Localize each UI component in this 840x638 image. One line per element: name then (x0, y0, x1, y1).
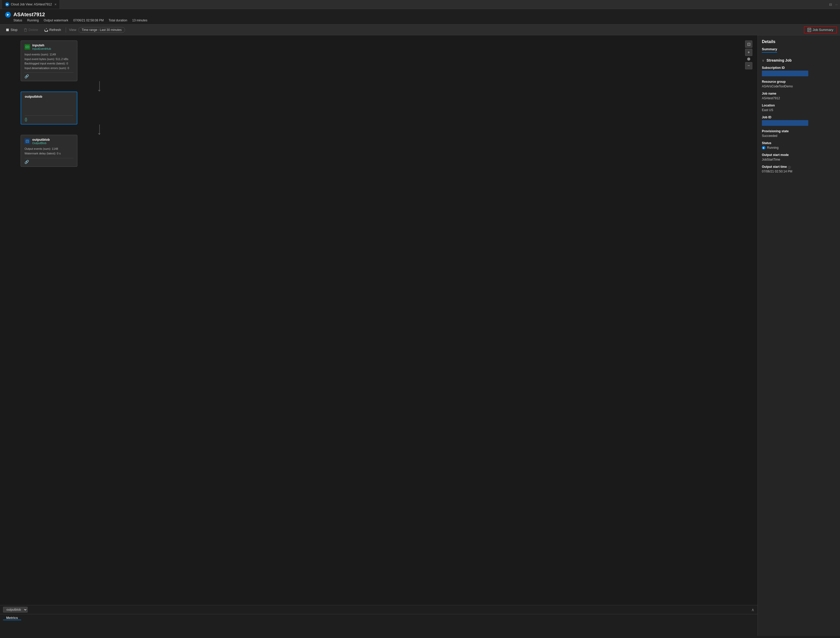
input-node-labels: inputeh InputEventHub (32, 43, 51, 50)
zoom-controls: ⊡ + − (745, 41, 752, 69)
canvas-main[interactable]: inputeh InputEventHub Input events (sum)… (0, 35, 758, 605)
collapse-streaming-job-icon[interactable]: ∨ (762, 58, 764, 62)
resource-group-label: Resource group (762, 80, 836, 84)
transform-node-footer: {} (25, 115, 73, 122)
output-node[interactable]: outputblob OutputBlob Output events (sum… (21, 135, 77, 166)
duration-label: Total duration (109, 19, 127, 22)
streaming-job-header: ∨ Streaming Job (762, 58, 836, 62)
location-value: East US (762, 108, 836, 112)
input-node-header: inputeh InputEventHub (24, 43, 73, 50)
transform-node-header: outputblob (25, 95, 73, 98)
input-stat-4: Input deserialization errors (sum): 0 (24, 66, 73, 71)
arrow-1 (98, 90, 101, 92)
svg-rect-1 (24, 29, 27, 32)
metrics-tab-bar: Metrics (0, 614, 758, 620)
input-node-type: InputEventHub (32, 47, 51, 50)
zoom-out-button[interactable]: − (745, 62, 752, 69)
streaming-job-section: ∨ Streaming Job Subscription ID Resource… (762, 58, 836, 173)
output-selector[interactable]: outputblob (3, 607, 28, 613)
delete-icon (24, 28, 27, 32)
toolbar: Stop Delete Refresh View Time range : La… (0, 24, 840, 35)
delete-button[interactable]: Delete (21, 27, 41, 33)
metrics-tab[interactable]: Metrics (3, 614, 21, 620)
status-field: Status ▶ Running (762, 141, 836, 150)
provisioning-state-label: Provisioning state (762, 129, 836, 133)
output-node-name: outputblob (32, 137, 50, 142)
output-node-type: OutputBlob (32, 142, 50, 145)
summary-section-label: Summary (762, 47, 777, 52)
streaming-job-title: Streaming Job (767, 58, 791, 62)
subscription-id-value (762, 71, 808, 76)
tab-close-button[interactable]: × (54, 2, 57, 6)
connector-1 (49, 81, 150, 92)
output-node-header: outputblob OutputBlob (24, 137, 73, 145)
tab-bar: ▶ Cloud Job View: ASAtest7912 × ⊟ ··· (0, 0, 840, 9)
time-range-button[interactable]: Time range : Last 30 minutes (78, 27, 125, 33)
input-stat-1: Input events (sum): 1149 (24, 52, 73, 57)
tab-icon: ▶ (5, 2, 9, 6)
job-header: ▶ ASAtest7912 Status Running Output wate… (0, 9, 840, 24)
bottom-panel: outputblob ∧ Metrics (0, 605, 758, 636)
job-name-detail-value: ASAtest7912 (762, 96, 836, 100)
split-editor-icon[interactable]: ⊟ (829, 3, 832, 6)
output-stat-2: Watermark delay (latest): 0 s (24, 151, 73, 156)
output-start-time-info-icon[interactable]: ⓘ (788, 166, 791, 169)
tab-bar-actions: ⊟ ··· (829, 3, 838, 6)
toolbar-divider (66, 27, 66, 33)
fit-zoom-button[interactable]: ⊡ (745, 41, 752, 48)
svg-rect-0 (6, 28, 9, 31)
job-id-field: Job ID (762, 115, 836, 126)
connector-2 (49, 125, 150, 135)
flow-diagram: inputeh InputEventHub Input events (sum)… (21, 41, 150, 167)
header-title-row: ▶ ASAtest7912 (5, 12, 835, 17)
running-status-text: Running (767, 146, 778, 150)
zoom-handle (747, 57, 750, 61)
zoom-in-button[interactable]: + (745, 49, 752, 56)
output-start-mode-value: JobStartTime (762, 158, 836, 161)
job-name-field: Job name ASAtest7912 (762, 92, 836, 100)
output-start-mode-label: Output start mode (762, 153, 836, 157)
transform-node[interactable]: outputblob {} (21, 92, 77, 125)
tab-title: Cloud Job View: ASAtest7912 (11, 3, 52, 6)
job-summary-icon (807, 28, 811, 32)
collapse-panel-button[interactable]: ∧ (751, 607, 755, 612)
output-start-time-value: 07/06/21 02:50:14 PM (762, 170, 836, 173)
refresh-icon (44, 28, 48, 32)
job-name: ASAtest7912 (13, 12, 45, 17)
status-detail-label: Status (762, 141, 836, 145)
more-actions-icon[interactable]: ··· (835, 3, 838, 6)
stop-button[interactable]: Stop (3, 27, 20, 33)
transform-node-body (25, 101, 73, 114)
refresh-button[interactable]: Refresh (42, 27, 64, 33)
tab-cloud-job[interactable]: ▶ Cloud Job View: ASAtest7912 × (2, 0, 60, 9)
svg-rect-8 (26, 46, 29, 48)
status-label: Status (13, 19, 22, 22)
details-title: Details (762, 39, 836, 44)
input-node-icon (24, 44, 30, 50)
transform-node-name: outputblob (25, 95, 42, 98)
output-node-stats: Output events (sum): 1148 Watermark dela… (24, 147, 73, 156)
main-content: inputeh InputEventHub Input events (sum)… (0, 35, 840, 636)
job-summary-button[interactable]: Job Summary (804, 26, 837, 33)
bottom-panel-header: outputblob ∧ (0, 605, 758, 614)
provisioning-state-field: Provisioning state Succeeded (762, 129, 836, 137)
input-stat-3: Backlogged input events (latest): 0 (24, 62, 73, 66)
location-field: Location East US (762, 104, 836, 112)
watermark-label: Output watermark (44, 19, 68, 22)
subscription-id-label: Subscription ID (762, 66, 836, 69)
resource-group-field: Resource group ASAVsCodeToolDemo (762, 80, 836, 88)
input-node[interactable]: inputeh InputEventHub Input events (sum)… (21, 41, 77, 81)
resource-group-value: ASAVsCodeToolDemo (762, 85, 836, 88)
status-detail-value: ▶ Running (762, 146, 836, 150)
location-label: Location (762, 104, 836, 107)
output-node-labels: outputblob OutputBlob (32, 137, 50, 145)
provisioning-state-value: Succeeded (762, 134, 836, 137)
bottom-panel-select: outputblob (3, 607, 28, 613)
output-node-footer: 🔗 (24, 158, 73, 164)
status-value: Running (27, 19, 39, 22)
job-id-label: Job ID (762, 115, 836, 119)
subscription-id-field: Subscription ID (762, 66, 836, 76)
watermark-value: 07/06/21 02:58:08 PM (73, 19, 104, 22)
job-status-icon: ▶ (5, 12, 11, 17)
view-label: View (68, 28, 77, 32)
